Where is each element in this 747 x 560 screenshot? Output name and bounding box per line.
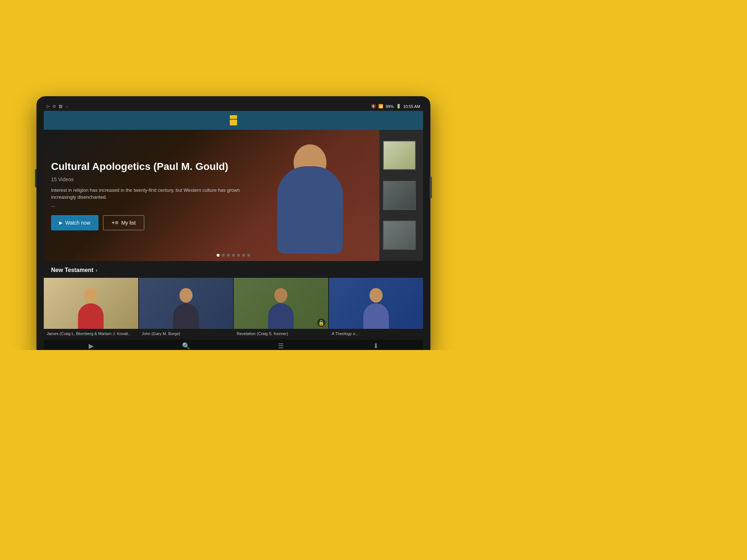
hero-banner: Cultural Apologetics (Paul M. Gould) 15 … — [44, 130, 423, 261]
video-grid: James (Craig L. Blomberg & Mariam J. Kov… — [44, 278, 423, 340]
logo-top — [230, 115, 237, 119]
video-card-2[interactable]: John (Gary M. Burge) — [139, 278, 233, 340]
status-bar-left: ▷ ⊙ ▨ ··· — [47, 104, 69, 109]
new-testament-section: New Testament › James (Craig L. Blomberg… — [44, 261, 423, 350]
status-bar-right: 🔇 📶 99% 🔋 10:55 AM — [371, 104, 420, 109]
video-card-4[interactable]: A Theology o... — [329, 278, 423, 340]
body-2 — [173, 303, 199, 329]
speaker-silhouette — [266, 137, 354, 254]
person-3 — [268, 288, 294, 329]
video-info-2: John (Gary M. Burge) — [139, 329, 233, 340]
more-status-icon: ··· — [65, 104, 69, 109]
dot-5[interactable] — [237, 254, 240, 257]
body-3 — [268, 303, 294, 329]
video-title-1: James (Craig L. Blomberg & Mariam J. Kov… — [47, 331, 135, 336]
video-title-3: Revelation (Craig S. Keener) — [237, 331, 325, 336]
logo-bottom — [230, 120, 237, 125]
person-1 — [78, 288, 104, 329]
thumb-2 — [139, 278, 233, 329]
dot-3[interactable] — [227, 254, 230, 257]
person-4 — [363, 288, 389, 329]
nav-menu-icon: ☰ — [278, 342, 284, 350]
app-logo — [230, 115, 237, 125]
status-bar: ▷ ⊙ ▨ ··· 🔇 📶 99% 🔋 10:55 AM — [44, 102, 423, 111]
featured-description: Interest in religion has increased in th… — [51, 187, 255, 201]
video-title-2: John (Gary M. Burge) — [142, 331, 231, 336]
nav-download[interactable]: ⬇ — [328, 342, 423, 350]
head-2 — [179, 288, 193, 303]
video-card-3[interactable]: 🔒 Revelation (Craig S. Keener) — [234, 278, 328, 340]
battery-percent: 99% — [386, 104, 394, 109]
nav-menu[interactable]: ☰ — [233, 342, 328, 350]
body-4 — [363, 303, 389, 329]
frame-art-3 — [383, 221, 416, 250]
thumb-3: 🔒 — [234, 278, 328, 329]
lock-icon-3: 🔒 — [317, 319, 325, 327]
time-display: 10:55 AM — [403, 104, 420, 109]
clock-status-icon: ⊙ — [53, 104, 56, 109]
carousel-dots — [217, 254, 250, 257]
video-card-1[interactable]: James (Craig L. Blomberg & Mariam J. Kov… — [44, 278, 138, 340]
thumb-1 — [44, 278, 138, 329]
dot-6[interactable] — [242, 254, 245, 257]
mute-icon: 🔇 — [371, 104, 376, 109]
person-2 — [173, 288, 199, 329]
my-list-button[interactable]: +≡ My list — [103, 215, 144, 230]
wifi-icon: 📶 — [378, 104, 383, 109]
app-header — [44, 111, 423, 130]
side-button-right — [430, 176, 432, 198]
head-3 — [274, 288, 287, 303]
video-info-3: Revelation (Craig S. Keener) — [234, 329, 328, 340]
nav-home-icon: ▶ — [89, 342, 94, 350]
section-header: New Testament › — [44, 267, 423, 278]
frame-art-2 — [383, 181, 416, 210]
featured-video-count: 15 Videos — [51, 176, 255, 182]
hero-buttons: ▶ Watch now +≡ My list — [51, 215, 255, 230]
featured-title: Cultural Apologetics (Paul M. Gould) — [51, 160, 255, 173]
nav-download-icon: ⬇ — [373, 342, 379, 350]
body-1 — [78, 303, 104, 329]
app-screen: Cultural Apologetics (Paul M. Gould) 15 … — [44, 111, 423, 350]
watch-now-button[interactable]: ▶ Watch now — [51, 215, 98, 230]
head-1 — [84, 288, 97, 303]
frame-art-1 — [383, 141, 416, 170]
dot-2[interactable] — [222, 254, 225, 257]
thumb-4 — [329, 278, 423, 329]
video-info-1: James (Craig L. Blomberg & Mariam J. Kov… — [44, 329, 138, 340]
head-4 — [369, 288, 383, 303]
section-arrow[interactable]: › — [96, 267, 97, 273]
video-info-4: A Theology o... — [329, 329, 423, 340]
featured-more: ... — [51, 202, 255, 208]
nav-search[interactable]: 🔍 — [139, 342, 233, 350]
bottom-nav: ▶ 🔍 ☰ ⬇ — [44, 340, 423, 350]
speaker-body — [277, 166, 343, 254]
nav-home[interactable]: ▶ — [44, 342, 139, 350]
my-list-label: My list — [121, 220, 136, 226]
dot-7[interactable] — [247, 254, 250, 257]
video-title-4: A Theology o... — [332, 331, 421, 336]
tablet-frame: ▷ ⊙ ▨ ··· 🔇 📶 99% 🔋 10:55 AM — [36, 96, 430, 350]
section-title: New Testament — [51, 267, 93, 273]
dot-1[interactable] — [217, 254, 220, 257]
side-button-left — [35, 169, 36, 187]
hero-content: Cultural Apologetics (Paul M. Gould) 15 … — [51, 144, 255, 246]
bg-art-frames — [379, 130, 423, 261]
play-status-icon: ▷ — [47, 104, 50, 109]
dot-4[interactable] — [232, 254, 235, 257]
battery-icon: 🔋 — [396, 104, 401, 109]
watch-now-label: Watch now — [65, 220, 90, 226]
play-icon: ▶ — [59, 220, 62, 225]
add-to-list-icon: +≡ — [112, 219, 119, 226]
image-status-icon: ▨ — [59, 104, 62, 109]
nav-search-icon: 🔍 — [182, 342, 190, 350]
